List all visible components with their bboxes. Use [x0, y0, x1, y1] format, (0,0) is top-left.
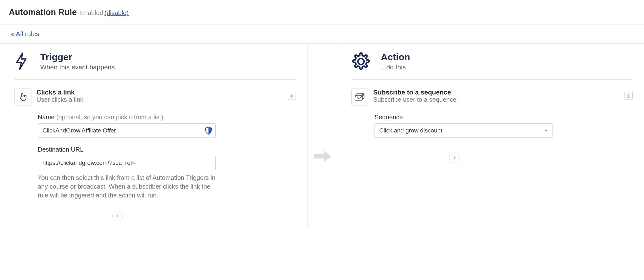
trigger-panel: Trigger When this event happens... Click… — [0, 44, 307, 228]
sequence-selected-value: Click and grow discount — [379, 127, 442, 134]
action-card: Subscribe to a sequence Subscribe user t… — [351, 89, 633, 105]
sequence-select[interactable]: Click and grow discount — [375, 123, 552, 138]
add-action-divider: + — [351, 152, 558, 164]
action-card-sub: Subscribe user to a sequence — [373, 96, 633, 103]
svg-rect-2 — [363, 94, 364, 95]
trigger-card-sub: User clicks a link — [36, 96, 296, 103]
add-trigger-divider: + — [14, 210, 221, 222]
shield-icon — [205, 127, 212, 135]
svg-point-0 — [358, 58, 364, 64]
add-action-button[interactable]: + — [449, 153, 460, 163]
all-rules-link[interactable]: « All rules — [11, 30, 39, 37]
action-title: Action — [381, 52, 410, 63]
url-input[interactable] — [38, 156, 216, 170]
breadcrumb: « All rules — [0, 24, 644, 44]
status-label: Enabled — [80, 9, 103, 16]
main-layout: Trigger When this event happens... Click… — [0, 44, 644, 228]
remove-action-button[interactable]: X — [625, 92, 633, 100]
sequence-icon — [351, 89, 368, 105]
sequence-label: Sequence — [375, 114, 633, 121]
page-title: Automation Rule — [9, 8, 77, 17]
lightning-icon — [14, 52, 31, 72]
svg-rect-3 — [355, 95, 362, 100]
trigger-card: Clicks a link User clicks a link X — [14, 89, 296, 105]
action-card-title: Subscribe to a sequence — [373, 89, 633, 96]
action-heading: Action ...do this. — [351, 52, 633, 80]
trigger-title: Trigger — [40, 52, 120, 63]
page-header: Automation Rule Enabled (disable) — [0, 0, 644, 24]
action-subtitle: ...do this. — [381, 63, 410, 71]
disable-link[interactable]: (disable) — [104, 9, 129, 16]
trigger-card-title: Clicks a link — [36, 89, 296, 96]
trigger-name-field: Name (optional, so you can pick it from … — [38, 114, 296, 138]
trigger-subtitle: When this event happens... — [40, 63, 120, 71]
name-input[interactable] — [38, 123, 216, 138]
pointer-icon — [14, 89, 31, 105]
action-panel: Action ...do this. Subscribe to a sequen… — [338, 44, 644, 228]
url-label: Destination URL — [38, 146, 296, 153]
add-trigger-button[interactable]: + — [112, 211, 123, 221]
trigger-heading: Trigger When this event happens... — [14, 52, 296, 80]
panel-divider — [307, 44, 338, 228]
chevron-down-icon — [544, 130, 548, 132]
trigger-url-field: Destination URL You can then select this… — [38, 146, 296, 200]
sequence-field: Sequence Click and grow discount — [375, 114, 633, 138]
gear-icon — [351, 52, 372, 72]
remove-trigger-button[interactable]: X — [288, 92, 296, 100]
url-help-text: You can then select this link from a lis… — [38, 173, 216, 200]
arrow-right-icon — [313, 149, 332, 164]
name-label: Name (optional, so you can pick it from … — [38, 114, 296, 121]
